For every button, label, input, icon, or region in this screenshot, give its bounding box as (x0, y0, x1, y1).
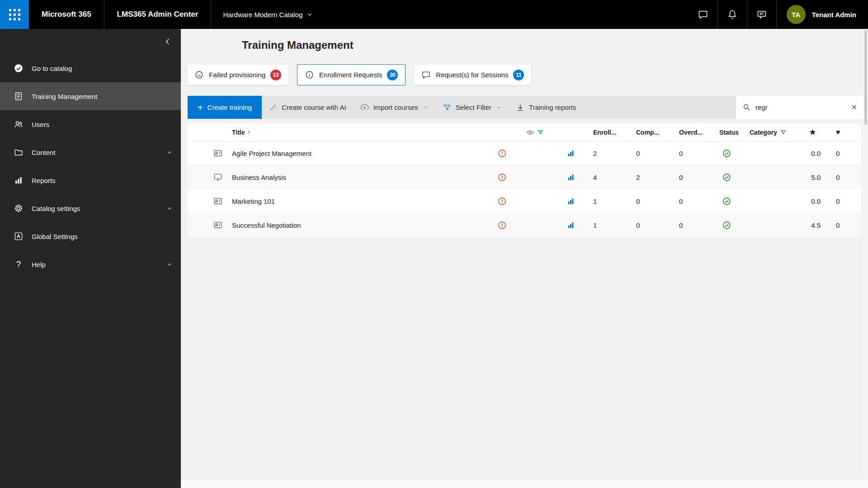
column-header-overdue[interactable]: Overd... (674, 129, 717, 136)
tab-count-badge: 11 (513, 70, 524, 80)
completed-count: 0 (631, 150, 674, 157)
training-title[interactable]: Business Analysis (224, 174, 484, 181)
sidebar-item-catalog-settings[interactable]: Catalog settings (0, 194, 181, 222)
bell-icon (727, 9, 738, 20)
training-title[interactable]: Agile Project Management (224, 150, 484, 157)
enrolled-count: 4 (588, 174, 631, 181)
column-header-favorites[interactable]: ♥ (825, 128, 861, 136)
check-circle-green-icon (722, 221, 731, 230)
search-input[interactable] (755, 103, 847, 111)
column-header-completed[interactable]: Comp... (631, 129, 674, 136)
people-icon (14, 119, 24, 129)
table-row[interactable]: Marketing 101 1 0 0 0.0 0 (188, 189, 861, 213)
tab-bar: Failed provisioning 13 Enrollment Reques… (187, 64, 868, 85)
search-box: ✕ (736, 96, 863, 119)
sidebar-item-reports[interactable]: Reports (0, 166, 181, 194)
account-button[interactable]: TA Tenant Admin (777, 0, 868, 29)
search-icon (742, 103, 751, 112)
sidebar-item-go-to-catalog[interactable]: Go to catalog (0, 54, 181, 82)
select-filter-button[interactable]: Select Filter (436, 96, 509, 119)
create-training-button[interactable]: + Create training (188, 96, 262, 119)
sidebar-item-label: Help (32, 261, 46, 268)
overdue-count: 0 (674, 221, 717, 229)
alert-circle-icon[interactable] (497, 197, 507, 206)
sidebar-item-label: Users (32, 121, 49, 128)
catalog-switcher[interactable]: Hardware Modern Catalog (211, 0, 318, 29)
table-row[interactable]: Business Analysis 4 2 0 5.0 0 (188, 165, 861, 189)
column-header-status[interactable]: Status (717, 129, 746, 136)
alert-circle-icon[interactable] (497, 149, 507, 158)
tab-count-badge: 13 (270, 70, 281, 80)
sidebar-item-global-settings[interactable]: Global Settings (0, 222, 181, 250)
tab-count-badge: 30 (387, 70, 398, 80)
lms365-admin-center-link[interactable]: LMS365 Admin Center (104, 0, 211, 29)
clear-search-button[interactable]: ✕ (851, 103, 857, 112)
table-header-row: Title ↑ Enroll... Comp... Overd. (188, 123, 861, 141)
feedback-button[interactable] (747, 0, 776, 29)
feedback-icon (756, 9, 767, 20)
collapse-sidebar-button[interactable] (163, 37, 173, 47)
create-course-with-ai-button[interactable]: Create course with AI (262, 96, 353, 119)
page-title: Training Management (242, 39, 868, 52)
id-card-icon (213, 148, 223, 158)
chevron-down-icon (165, 260, 174, 268)
overdue-count: 0 (674, 150, 717, 157)
alert-circle-icon[interactable] (497, 221, 507, 230)
eye-icon (526, 128, 534, 136)
enrolled-count: 2 (588, 150, 631, 157)
sidebar-item-help[interactable]: ? Help (0, 250, 181, 278)
statistics-bar-chart-icon[interactable] (566, 197, 575, 206)
sort-ascending-icon: ↑ (248, 129, 251, 136)
alert-circle-icon[interactable] (497, 173, 507, 182)
toolbar: + Create training Create course with AI … (188, 96, 863, 119)
column-header-rating[interactable]: ★ (800, 128, 825, 136)
training-table: Title ↑ Enroll... Comp... Overd. (188, 123, 861, 237)
id-card-icon (213, 196, 223, 206)
sidebar-item-content[interactable]: Content (0, 138, 181, 166)
statistics-bar-chart-icon[interactable] (566, 173, 575, 182)
import-courses-button[interactable]: Import courses (353, 96, 436, 119)
completed-count: 2 (631, 174, 674, 181)
tab-enrollment-requests[interactable]: Enrollment Requests 30 (297, 64, 406, 85)
column-header-enrolled[interactable]: Enroll... (588, 129, 631, 136)
training-title[interactable]: Marketing 101 (224, 197, 484, 205)
topbar: Microsoft 365 LMS365 Admin Center Hardwa… (0, 0, 868, 29)
microsoft-365-link[interactable]: Microsoft 365 (29, 0, 104, 29)
favorites-count: 0 (825, 150, 861, 157)
info-icon (305, 70, 314, 80)
column-header-category[interactable]: Category (746, 129, 800, 136)
column-header-title[interactable]: Title ↑ (224, 129, 484, 136)
chevron-down-icon (165, 204, 174, 212)
training-title[interactable]: Successful Negotiation (224, 221, 484, 229)
check-circle-green-icon (722, 173, 731, 182)
tab-failed-provisioning[interactable]: Failed provisioning 13 (187, 64, 289, 85)
sidebar-item-training-management[interactable]: Training Management (0, 82, 181, 110)
vertical-scrollbar-thumb[interactable] (864, 30, 867, 125)
table-row[interactable]: Successful Negotiation 1 0 0 4.5 0 (188, 213, 861, 237)
horizontal-scrollbar[interactable] (181, 479, 868, 488)
sidebar-item-label: Catalog settings (32, 205, 80, 212)
overdue-count: 0 (674, 197, 717, 205)
statistics-bar-chart-icon[interactable] (566, 221, 575, 230)
tab-label: Request(s) for Sessions (436, 71, 508, 79)
vertical-scrollbar[interactable] (863, 29, 868, 479)
column-header-visibility[interactable] (520, 128, 588, 136)
favorites-count: 0 (825, 197, 861, 205)
chevron-down-icon (495, 104, 502, 111)
tab-requests-for-sessions[interactable]: Request(s) for Sessions 11 (414, 64, 532, 85)
chevron-down-icon (306, 11, 313, 18)
filter-funnel-icon (443, 103, 452, 112)
training-reports-button[interactable]: Training reports (509, 96, 583, 119)
main-content: Training Management Failed provisioning … (181, 29, 868, 488)
chat-button[interactable] (689, 0, 717, 29)
sidebar-item-users[interactable]: Users (0, 110, 181, 138)
avatar: TA (787, 5, 806, 24)
table-row[interactable]: Agile Project Management 2 0 0 0.0 0 (188, 141, 861, 165)
sidebar-item-label: Content (32, 149, 56, 156)
notifications-button[interactable] (718, 0, 747, 29)
statistics-bar-chart-icon[interactable] (566, 149, 575, 158)
check-circle-green-icon (722, 149, 731, 158)
app-launcher-button[interactable] (0, 0, 29, 29)
overdue-count: 0 (674, 174, 717, 181)
global-settings-icon (14, 231, 24, 241)
